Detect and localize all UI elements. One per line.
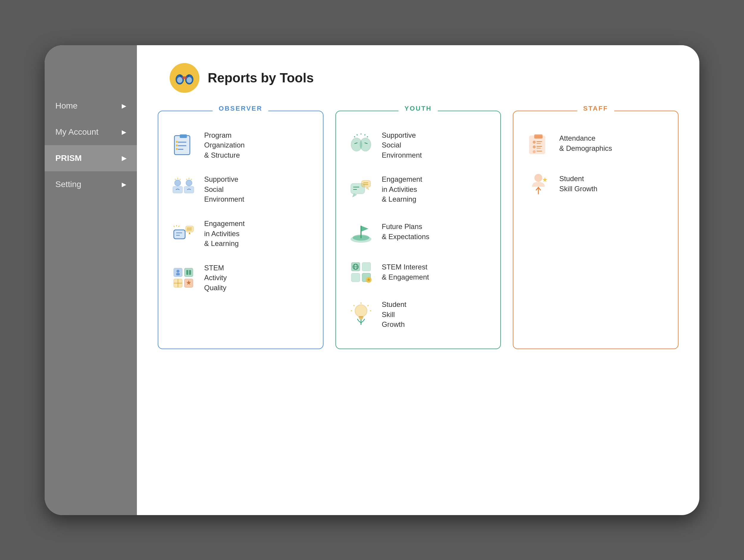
- student-skill-staff-icon: [525, 171, 552, 197]
- future-plans-icon: [348, 218, 374, 245]
- svg-point-40: [177, 270, 180, 273]
- future-plans-label: Future Plans& Expectations: [382, 222, 430, 241]
- svg-point-3: [187, 77, 192, 83]
- staff-column: STAFF: [513, 111, 678, 349]
- report-item-prog-org[interactable]: ProgramOrganization& Structure: [167, 123, 314, 167]
- report-item-supportive-youth[interactable]: SupportiveSocialEnvironment: [345, 123, 492, 167]
- svg-rect-15: [176, 148, 178, 150]
- engagement-obs-icon: [170, 221, 196, 246]
- report-item-student-skill-staff[interactable]: StudentSkill Growth: [522, 164, 669, 204]
- svg-line-21: [180, 179, 180, 179]
- svg-rect-77: [359, 318, 363, 319]
- engagement-obs-label: Engagementin Activities& Learning: [204, 218, 245, 249]
- student-skill-youth-label: StudentSkillGrowth: [382, 299, 407, 329]
- sidebar-label-setting: Setting: [55, 179, 81, 189]
- svg-rect-67: [362, 263, 371, 271]
- svg-rect-14: [176, 145, 178, 146]
- svg-rect-85: [534, 134, 543, 138]
- page-header: Reports by Tools: [158, 63, 678, 93]
- svg-point-18: [175, 180, 181, 186]
- youth-column: YOUTH: [335, 111, 501, 349]
- sidebar-item-setting[interactable]: Setting ▶: [45, 171, 137, 197]
- app-frame: Home ▶ My Account ▶ PRISM ▶ Setting ▶: [45, 45, 699, 515]
- report-item-stem-interest[interactable]: STEM Interest& Engagement: [345, 252, 492, 292]
- svg-rect-26: [174, 230, 185, 239]
- prog-org-label: ProgramOrganization& Structure: [204, 130, 245, 160]
- chevron-icon-setting: ▶: [122, 181, 126, 188]
- stem-quality-icon: [170, 265, 196, 291]
- svg-line-51: [365, 134, 365, 135]
- sidebar-label-my-account: My Account: [55, 127, 99, 137]
- sidebar-item-my-account[interactable]: My Account ▶: [45, 119, 137, 145]
- svg-point-65: [352, 235, 369, 241]
- observer-label: OBSERVER: [213, 105, 268, 112]
- svg-point-2: [177, 77, 182, 83]
- sidebar: Home ▶ My Account ▶ PRISM ▶ Setting ▶: [45, 45, 137, 515]
- student-skill-staff-label: StudentSkill Growth: [559, 174, 597, 194]
- prog-org-icon: [170, 132, 196, 158]
- svg-point-19: [186, 180, 192, 186]
- svg-point-89: [533, 146, 536, 148]
- chevron-icon-my-account: ▶: [122, 128, 126, 135]
- svg-rect-68: [351, 273, 360, 282]
- staff-label: STAFF: [578, 105, 614, 112]
- student-skill-youth-icon: [348, 301, 374, 327]
- report-item-engagement-youth[interactable]: Engagementin Activities& Learning: [345, 167, 492, 211]
- stem-interest-icon: [348, 259, 374, 285]
- report-columns: OBSERVER: [158, 111, 678, 349]
- sidebar-label-home: Home: [55, 101, 78, 111]
- svg-point-75: [355, 305, 367, 317]
- report-item-student-skill-youth[interactable]: StudentSkillGrowth: [345, 292, 492, 337]
- svg-point-48: [360, 138, 371, 151]
- chevron-icon-home: ▶: [122, 102, 126, 110]
- engagement-youth-label: Engagementin Activities& Learning: [382, 174, 422, 204]
- svg-rect-16: [173, 187, 182, 193]
- sidebar-item-home[interactable]: Home ▶: [45, 93, 137, 119]
- page-title: Reports by Tools: [208, 71, 314, 85]
- svg-rect-41: [176, 273, 180, 275]
- svg-line-24: [191, 179, 192, 179]
- attendance-label: Attendance& Demographics: [559, 133, 612, 153]
- svg-marker-95: [543, 177, 547, 182]
- stem-quality-label: STEMActivityQuality: [204, 263, 227, 293]
- svg-point-94: [535, 174, 542, 182]
- svg-rect-13: [176, 141, 178, 143]
- svg-line-34: [179, 226, 179, 227]
- svg-rect-57: [362, 181, 371, 187]
- svg-line-22: [175, 179, 176, 179]
- main-content: Reports by Tools OBSERVER: [137, 45, 699, 515]
- svg-rect-17: [184, 187, 194, 193]
- svg-rect-28: [186, 226, 193, 232]
- sidebar-item-prism[interactable]: PRISM ▶: [45, 145, 137, 171]
- svg-line-35: [174, 226, 174, 227]
- svg-rect-9: [180, 134, 187, 138]
- svg-line-80: [354, 305, 355, 306]
- engagement-youth-icon: [348, 176, 374, 203]
- report-item-attendance[interactable]: Attendance& Demographics: [522, 123, 669, 164]
- svg-marker-64: [361, 226, 368, 232]
- report-item-engagement-obs[interactable]: Engagementin Activities& Learning: [167, 211, 314, 256]
- attendance-icon: [525, 130, 552, 156]
- report-item-stem-quality[interactable]: STEMActivityQuality: [167, 256, 314, 300]
- report-item-future-plans[interactable]: Future Plans& Expectations: [345, 211, 492, 252]
- svg-line-25: [186, 179, 187, 179]
- svg-point-86: [533, 141, 536, 144]
- svg-line-53: [367, 136, 368, 137]
- supportive-youth-icon: [348, 132, 374, 158]
- youth-label: YOUTH: [399, 105, 438, 112]
- header-icon: [170, 63, 199, 93]
- supportive-youth-label: SupportiveSocialEnvironment: [382, 130, 422, 160]
- svg-line-50: [357, 134, 358, 135]
- supportive-obs-label: SupportiveSocialEnvironment: [204, 174, 244, 204]
- stem-interest-label: STEM Interest& Engagement: [382, 262, 429, 282]
- svg-line-81: [368, 305, 368, 306]
- svg-rect-4: [182, 76, 187, 79]
- supportive-obs-icon: [170, 176, 196, 203]
- svg-rect-76: [359, 316, 363, 318]
- sidebar-label-prism: PRISM: [55, 154, 82, 163]
- chevron-icon-prism: ▶: [122, 155, 126, 162]
- svg-point-92: [533, 150, 536, 153]
- svg-line-52: [354, 136, 355, 137]
- observer-column: OBSERVER: [158, 111, 324, 349]
- report-item-supportive-obs[interactable]: SupportiveSocialEnvironment: [167, 167, 314, 211]
